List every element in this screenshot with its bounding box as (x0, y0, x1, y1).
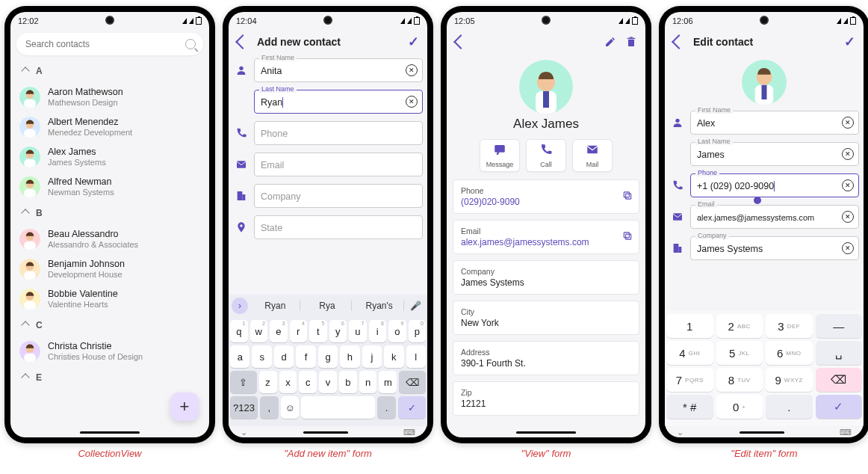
confirm-button[interactable]: ✓ (406, 35, 420, 49)
key[interactable]: z (259, 371, 277, 393)
collapse-kb-icon[interactable]: ⌄ (677, 428, 683, 437)
section-header[interactable]: B (15, 202, 205, 224)
contact-row[interactable]: Christa Christie Christies House of Desi… (15, 336, 205, 366)
key[interactable]: j (362, 345, 382, 368)
last-name-field[interactable]: Last Name Ryan ✕ (254, 90, 423, 114)
key[interactable]: k (384, 345, 403, 368)
info-value[interactable]: (029)020-9090 (461, 197, 618, 207)
state-field[interactable]: State (254, 215, 423, 239)
info-value[interactable]: alex.james@jamessystems.com (461, 237, 618, 247)
text-caret-handle[interactable] (754, 197, 761, 204)
contact-row[interactable]: Alex James James Systems (15, 142, 205, 172)
key[interactable]: m (379, 371, 397, 393)
clear-button[interactable]: ✕ (842, 179, 854, 191)
contact-row[interactable]: Aaron Mathewson Mathewson Design (15, 82, 205, 112)
section-header[interactable]: E (15, 366, 205, 389)
first-name-field[interactable]: First Name Anita ✕ (254, 58, 423, 82)
action-mail[interactable]: Mail (572, 139, 613, 172)
contact-row[interactable]: Alfred Newman Newman Systems (15, 172, 205, 202)
numpad-key[interactable]: ✓ (816, 395, 863, 419)
copy-button[interactable] (622, 191, 633, 203)
action-message[interactable]: Message (480, 139, 520, 172)
key[interactable]: b (339, 371, 357, 393)
key[interactable]: c (299, 371, 317, 393)
key-comma[interactable]: , (260, 396, 279, 419)
key-emoji[interactable]: ☺ (281, 396, 300, 419)
key-space[interactable] (301, 396, 375, 419)
company-field[interactable]: Company James Systems ✕ (690, 236, 859, 260)
numpad-key[interactable]: 0+ (716, 395, 763, 419)
clear-button[interactable]: ✕ (842, 148, 854, 160)
contact-row[interactable]: Bobbie Valentine Valentine Hearts (15, 284, 205, 314)
key[interactable]: 9o (388, 320, 406, 342)
numpad-key[interactable]: 7PQRS (666, 368, 713, 392)
copy-button[interactable] (622, 231, 633, 244)
key[interactable]: x (279, 371, 297, 393)
key[interactable]: d (274, 345, 294, 368)
clear-button[interactable]: ✕ (842, 211, 854, 223)
key-period[interactable]: . (377, 396, 396, 419)
back-button[interactable] (672, 35, 686, 49)
key[interactable]: ⇧ (230, 371, 257, 393)
company-field[interactable]: Company (254, 184, 423, 208)
key[interactable]: 8i (369, 320, 387, 342)
key[interactable]: f (296, 345, 315, 368)
contact-row[interactable]: Albert Menendez Menedez Development (15, 112, 205, 142)
contact-avatar[interactable] (742, 60, 787, 105)
numpad-key[interactable]: 8TUV (716, 368, 763, 392)
numpad-key[interactable]: — (816, 314, 863, 338)
key[interactable]: 3e (270, 320, 288, 342)
key[interactable]: 5t (309, 320, 327, 342)
keyboard-switch-icon[interactable]: ⌨ (840, 428, 852, 437)
clear-button[interactable]: ✕ (406, 96, 418, 108)
last-name-field[interactable]: Last Name James ✕ (690, 142, 859, 166)
numpad-key[interactable]: 5JKL (716, 341, 763, 365)
contact-list[interactable]: A Aaron Mathewson Mathewson Design Alber… (10, 60, 209, 437)
numpad-key[interactable]: 1 (666, 314, 713, 338)
key[interactable]: s (252, 345, 271, 368)
delete-button[interactable] (624, 35, 638, 49)
back-button[interactable] (236, 35, 249, 49)
section-header[interactable]: A (15, 60, 205, 82)
suggestion[interactable]: Ryan (251, 301, 300, 311)
phone-field[interactable]: Phone +1 (029) 020-9090 ✕ (690, 173, 859, 197)
key-enter[interactable]: ✓ (398, 396, 426, 419)
suggestion[interactable]: Ryan's (355, 301, 404, 311)
email-field[interactable]: Email (254, 153, 423, 176)
numpad-key[interactable]: 3DEF (766, 314, 813, 338)
contact-row[interactable]: Beau Alessandro Alessandro & Associates (15, 224, 205, 254)
key[interactable]: h (340, 345, 359, 368)
numpad-key[interactable]: 9WXYZ (766, 368, 813, 392)
key[interactable]: l (406, 345, 426, 368)
search-input[interactable] (24, 38, 185, 50)
add-contact-fab[interactable]: + (170, 393, 199, 421)
key[interactable]: 1q (230, 320, 248, 342)
keyboard-switch-icon[interactable]: ⌨ (403, 428, 415, 437)
confirm-button[interactable]: ✓ (843, 35, 856, 49)
key[interactable]: a (230, 345, 249, 368)
key[interactable]: 2w (250, 320, 268, 342)
section-header[interactable]: C (15, 314, 205, 336)
key[interactable]: 6y (329, 320, 347, 342)
back-button[interactable] (454, 35, 468, 49)
clear-button[interactable]: ✕ (406, 64, 418, 76)
numpad-key[interactable]: 4GHI (666, 341, 713, 365)
numpad-key[interactable]: 6MNO (766, 341, 813, 365)
contact-row[interactable]: Benjamin Johnson Development House (15, 254, 205, 284)
email-field[interactable]: Email alex.james@jamessystems.com ✕ (690, 205, 859, 229)
mic-icon[interactable]: 🎤 (407, 301, 424, 311)
numpad-key[interactable]: 2ABC (716, 314, 763, 338)
key[interactable]: v (319, 371, 337, 393)
action-call[interactable]: Call (526, 139, 566, 172)
expand-suggestions[interactable]: › (232, 298, 248, 314)
search-box[interactable] (16, 33, 203, 55)
numpad-key[interactable]: ␣ (816, 341, 863, 365)
numpad-key[interactable]: * # (666, 395, 713, 419)
suggestion[interactable]: Rya (303, 301, 353, 311)
collapse-kb-icon[interactable]: ⌄ (241, 428, 247, 437)
clear-button[interactable]: ✕ (842, 117, 854, 129)
edit-button[interactable] (604, 35, 617, 49)
key[interactable]: n (359, 371, 377, 393)
first-name-field[interactable]: First Name Alex ✕ (690, 111, 859, 135)
clear-button[interactable]: ✕ (842, 242, 854, 254)
